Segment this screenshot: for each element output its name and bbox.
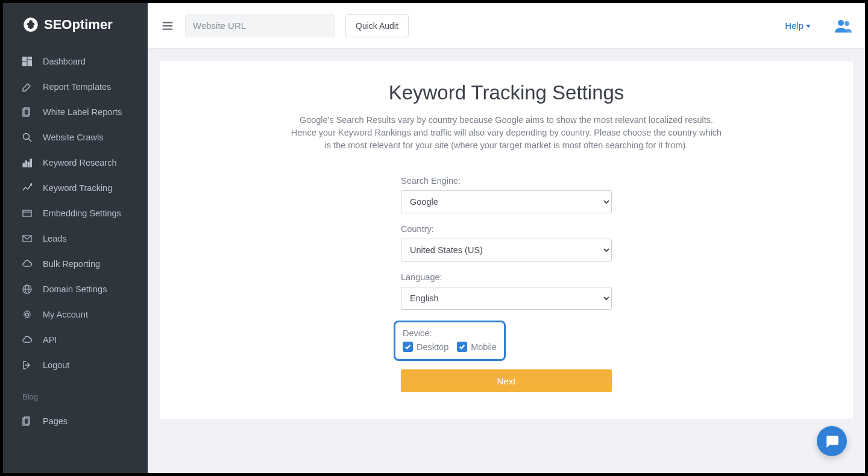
chevron-down-icon [806, 25, 811, 28]
device-mobile-checkbox[interactable]: Mobile [457, 342, 497, 352]
checkbox-checked-icon [457, 342, 467, 352]
cloud-icon [22, 259, 32, 269]
sidebar-item-label: My Account [43, 310, 88, 319]
mail-icon [22, 234, 32, 243]
next-button[interactable]: Next [401, 369, 612, 392]
quick-audit-button[interactable]: Quick Audit [345, 14, 409, 37]
users-icon[interactable] [835, 19, 852, 33]
dashboard-icon [22, 57, 32, 66]
cloud-icon [22, 335, 32, 345]
device-label: Device: [403, 328, 497, 338]
trend-icon [22, 183, 32, 193]
sidebar-item-label: White Label Reports [43, 107, 122, 117]
bars-icon [22, 158, 32, 168]
sidebar-section-blog: Blog [3, 380, 148, 406]
sidebar-item-keyword-tracking[interactable]: Keyword Tracking [3, 175, 148, 201]
sidebar-item-label: Embedding Settings [43, 208, 121, 218]
sidebar-item-leads[interactable]: Leads [3, 226, 148, 251]
svg-point-13 [31, 184, 33, 186]
topbar: Quick Audit Help [148, 3, 865, 49]
svg-point-7 [24, 134, 30, 140]
svg-line-8 [29, 139, 32, 142]
country-label: Country: [401, 224, 612, 234]
sidebar-item-label: Logout [43, 360, 69, 370]
page-title: Keyword Tracking Settings [184, 81, 829, 104]
device-desktop-checkbox[interactable]: Desktop [403, 342, 448, 352]
svg-point-0 [29, 23, 33, 27]
sidebar-item-embedding[interactable]: Embedding Settings [3, 201, 148, 226]
search-engine-label: Search Engine: [401, 176, 612, 186]
chat-icon [824, 433, 840, 449]
language-select[interactable]: English [401, 287, 612, 310]
settings-form: Search Engine: Google Country: United St… [401, 176, 612, 392]
sidebar-item-logout[interactable]: Logout [3, 352, 148, 378]
website-url-input[interactable] [185, 14, 335, 37]
brand-name: SEOptimer [44, 17, 113, 33]
sidebar-item-domain-settings[interactable]: Domain Settings [3, 277, 148, 302]
checkbox-checked-icon [403, 342, 413, 352]
sidebar-item-white-label[interactable]: White Label Reports [3, 99, 148, 125]
edit-icon [22, 82, 32, 92]
copy-icon [22, 416, 32, 426]
sidebar-item-label: Bulk Reporting [43, 259, 100, 269]
svg-point-26 [838, 20, 844, 26]
sidebar-item-label: Keyword Research [43, 158, 117, 168]
sidebar-item-label: Pages [43, 416, 68, 426]
device-desktop-label: Desktop [417, 342, 448, 352]
country-select[interactable]: United States (US) [401, 239, 612, 261]
sidebar-item-report-templates[interactable]: Report Templates [3, 74, 148, 99]
svg-rect-10 [25, 161, 27, 167]
sidebar-item-label: Dashboard [43, 57, 86, 66]
gear-icon [22, 310, 32, 319]
sidebar-item-label: Leads [43, 234, 67, 243]
help-label: Help [785, 20, 804, 31]
globe-icon [22, 284, 32, 294]
sidebar-blog-nav: Pages [3, 406, 148, 436]
embed-icon [22, 208, 32, 218]
search-icon [22, 133, 32, 142]
sidebar-item-keyword-research[interactable]: Keyword Research [3, 150, 148, 175]
copy-icon [22, 107, 32, 117]
sidebar-nav: Dashboard Report Templates White Label R… [3, 46, 148, 380]
svg-rect-4 [22, 62, 27, 66]
sidebar-item-label: Report Templates [43, 82, 111, 92]
menu-icon[interactable] [161, 19, 174, 33]
sidebar-item-crawls[interactable]: Website Crawls [3, 125, 148, 150]
sidebar-item-label: Keyword Tracking [43, 183, 112, 193]
svg-rect-12 [30, 159, 32, 167]
svg-point-27 [844, 21, 849, 26]
logout-icon [22, 360, 32, 370]
sidebar-item-dashboard[interactable]: Dashboard [3, 49, 148, 74]
settings-card: Keyword Tracking Settings Google's Searc… [160, 61, 853, 419]
svg-rect-1 [22, 57, 27, 61]
logo-icon [22, 16, 39, 33]
device-highlight-box: Device: Desktop Mobile [394, 321, 506, 361]
sidebar-item-pages[interactable]: Pages [3, 409, 148, 434]
sidebar-item-api[interactable]: API [3, 327, 148, 352]
brand-logo[interactable]: SEOptimer [3, 3, 148, 46]
sidebar-item-label: Domain Settings [43, 284, 107, 294]
sidebar-item-my-account[interactable]: My Account [3, 302, 148, 327]
svg-rect-14 [23, 210, 31, 216]
svg-rect-3 [28, 60, 32, 66]
svg-point-20 [26, 313, 29, 316]
help-link[interactable]: Help [785, 20, 811, 31]
language-label: Language: [401, 272, 612, 282]
sidebar-item-bulk-reporting[interactable]: Bulk Reporting [3, 251, 148, 277]
svg-rect-11 [28, 162, 30, 167]
sidebar-item-label: API [43, 335, 57, 345]
sidebar-item-label: Website Crawls [43, 133, 103, 142]
device-mobile-label: Mobile [471, 342, 497, 352]
sidebar: SEOptimer Dashboard Report Templates Whi… [3, 3, 148, 473]
search-engine-select[interactable]: Google [401, 190, 612, 213]
page-description: Google's Search Results vary by country … [289, 114, 723, 152]
svg-rect-2 [28, 57, 32, 59]
chat-button[interactable] [817, 426, 847, 456]
svg-rect-9 [23, 163, 25, 167]
